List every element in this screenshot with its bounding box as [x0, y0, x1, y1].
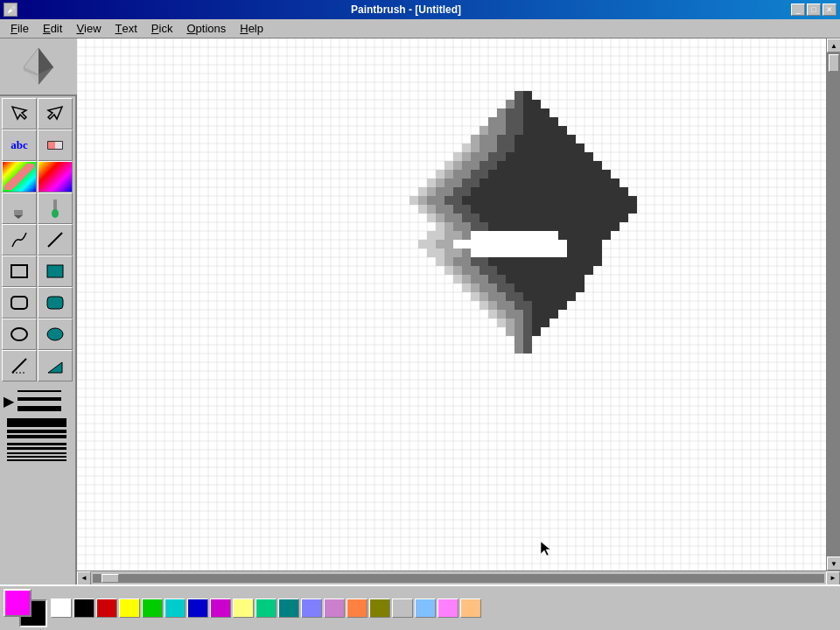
toolbar: abc — [0, 38, 77, 584]
color-swatch-blue[interactable] — [187, 598, 208, 618]
scroll-thumb-v[interactable] — [829, 54, 839, 72]
svg-marker-10 — [14, 215, 23, 219]
horizontal-scrollbar[interactable]: ◄ ► — [77, 570, 840, 584]
svg-point-18 — [11, 328, 27, 340]
menu-pick[interactable]: Pick — [144, 19, 180, 38]
svg-marker-22 — [48, 362, 62, 373]
foreground-color-box[interactable] — [4, 589, 32, 617]
palette-bar — [0, 584, 840, 630]
fill-pattern-1[interactable] — [7, 418, 66, 427]
svg-rect-7 — [48, 142, 55, 149]
window-title: Paintbrush - [Untitled] — [21, 4, 791, 16]
color-swatch-teal[interactable] — [278, 598, 299, 618]
color-swatch-light-gray[interactable] — [392, 598, 413, 618]
color-palette2-tool[interactable] — [38, 161, 73, 192]
color-swatch-cyan[interactable] — [164, 598, 186, 618]
fill-pattern-selector — [0, 416, 75, 463]
color-swatch-yellow2[interactable] — [233, 598, 254, 618]
brush-tool[interactable] — [38, 192, 73, 224]
rect-select-tool[interactable] — [38, 98, 73, 130]
color-swatch-magenta[interactable] — [210, 598, 231, 618]
tool-preview — [0, 38, 77, 96]
color-swatch-black[interactable] — [74, 598, 94, 618]
menu-bar: File Edit View Text Pick Options Help — [0, 19, 840, 38]
color-swatch-light-magenta[interactable] — [324, 598, 345, 618]
stroke-arrow-icon: ▶ — [4, 393, 14, 410]
svg-rect-11 — [53, 200, 57, 210]
ellipse-outline-tool[interactable] — [2, 318, 37, 350]
rect-outline-tool[interactable] — [2, 256, 37, 287]
menu-file[interactable]: File — [4, 19, 36, 38]
scroll-track-h — [93, 574, 824, 583]
color-swatch-yellow[interactable] — [119, 598, 140, 618]
scroll-right-button[interactable]: ► — [826, 571, 840, 585]
rounded-rect-filled-tool[interactable] — [38, 287, 73, 318]
fill-pattern-2[interactable] — [7, 430, 66, 438]
scroll-down-button[interactable]: ▼ — [827, 556, 840, 570]
tool-grid: abc — [0, 96, 75, 383]
scroll-left-button[interactable]: ◄ — [77, 571, 91, 585]
svg-rect-8 — [55, 142, 62, 149]
svg-rect-9 — [14, 210, 23, 215]
color-swatch-olive[interactable] — [369, 598, 390, 618]
rounded-rect-outline-tool[interactable] — [2, 287, 37, 318]
line-tool[interactable] — [38, 224, 73, 256]
svg-rect-15 — [47, 265, 63, 277]
canvas-inner[interactable] — [77, 38, 826, 570]
pencil2-tool[interactable] — [2, 224, 37, 256]
fill-pattern-3[interactable] — [7, 441, 66, 450]
close-button[interactable]: ✕ — [822, 4, 836, 16]
scroll-up-button[interactable]: ▲ — [827, 38, 840, 52]
svg-rect-14 — [11, 265, 27, 277]
polygon-outline-tool[interactable] — [2, 350, 37, 382]
menu-edit[interactable]: Edit — [36, 19, 69, 38]
scroll-track-v — [827, 52, 840, 556]
color-swatch-red[interactable] — [96, 598, 117, 618]
svg-line-20 — [12, 359, 26, 373]
window-controls[interactable]: _ □ ✕ — [791, 4, 836, 16]
color-swatch-light-blue[interactable] — [301, 598, 322, 618]
scroll-thumb-h[interactable] — [102, 574, 119, 583]
pencil-tool[interactable] — [2, 192, 37, 224]
color-swatch-green[interactable] — [142, 598, 163, 618]
color-swatch-orange[interactable] — [346, 598, 368, 618]
canvas-container: ▲ ▼ ◄ ► — [77, 38, 840, 584]
svg-point-12 — [52, 209, 59, 218]
color-palette-tool[interactable] — [2, 161, 37, 192]
color-swatch-peach[interactable] — [460, 598, 481, 618]
menu-help[interactable]: Help — [233, 19, 270, 38]
menu-options[interactable]: Options — [179, 19, 233, 38]
app-icon: 🖌 — [4, 3, 18, 17]
svg-rect-17 — [47, 297, 63, 309]
free-select-tool[interactable] — [2, 98, 37, 130]
color-swatch-white[interactable] — [51, 598, 72, 618]
color-swatch-pink[interactable] — [438, 598, 458, 618]
drawing-canvas[interactable] — [77, 38, 826, 570]
color-swatch-sky-blue[interactable] — [415, 598, 436, 618]
stroke-thin[interactable] — [18, 390, 61, 392]
svg-line-13 — [48, 233, 62, 247]
menu-text[interactable]: Text — [108, 19, 144, 38]
current-colors — [4, 589, 47, 627]
ethereum-icon — [17, 45, 60, 88]
text-tool[interactable]: abc — [2, 130, 37, 161]
canvas-scroll-area: ▲ ▼ — [77, 38, 840, 570]
stroke-medium[interactable] — [18, 397, 61, 401]
rect-filled-tool[interactable] — [38, 256, 73, 287]
maximize-button[interactable]: □ — [807, 4, 821, 16]
svg-marker-2 — [38, 48, 53, 74]
main-layout: abc — [0, 38, 840, 630]
color-swatch-green2[interactable] — [256, 598, 276, 618]
color-palette — [51, 598, 481, 618]
menu-view[interactable]: View — [69, 19, 108, 38]
stroke-thick[interactable] — [18, 406, 61, 411]
stroke-selector: ▶ — [0, 387, 75, 415]
vertical-scrollbar[interactable]: ▲ ▼ — [826, 38, 840, 570]
polygon-filled-tool[interactable] — [38, 350, 73, 382]
fill-pattern-4[interactable] — [7, 452, 66, 461]
eraser-tool[interactable] — [38, 130, 73, 161]
svg-point-19 — [47, 328, 63, 340]
svg-rect-16 — [11, 297, 27, 309]
ellipse-filled-tool[interactable] — [38, 318, 73, 350]
minimize-button[interactable]: _ — [791, 4, 805, 16]
